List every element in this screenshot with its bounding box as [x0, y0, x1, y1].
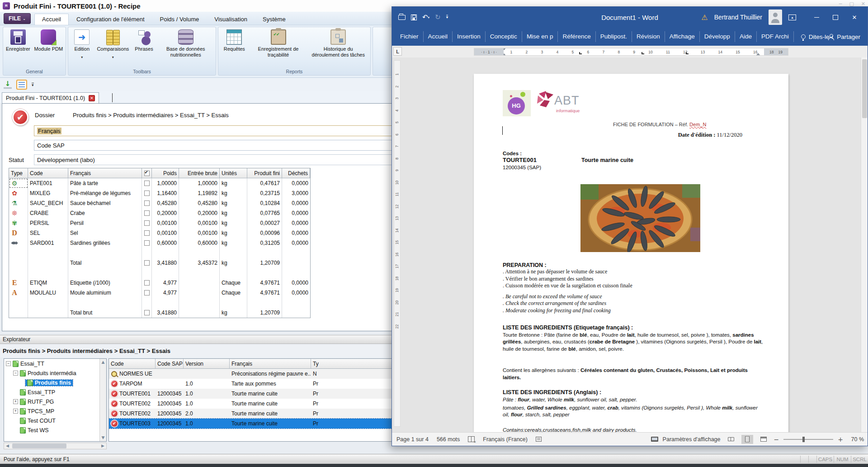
col-header-francais[interactable]: Français [230, 359, 311, 368]
tree-item[interactable]: Test COUT [4, 416, 106, 425]
expander-icon[interactable] [13, 399, 18, 404]
page-indicator[interactable]: Page 1 sur 4 [396, 436, 429, 443]
ribbon-button[interactable]: Phrases [132, 29, 156, 52]
tree-item[interactable]: Produits intermédia [4, 368, 106, 378]
undo-icon[interactable]: ↶▾ [422, 14, 429, 21]
checkbox-icon[interactable] [144, 260, 150, 266]
ribbon-button[interactable]: Enregistrement de traçabilité [250, 29, 307, 58]
tree-item[interactable]: Essai_TT [4, 359, 106, 368]
checkbox-checked-icon[interactable] [144, 171, 150, 176]
ribbon-button[interactable]: Requêtes [222, 29, 246, 52]
word-count[interactable]: 566 mots [437, 436, 460, 443]
col-header-produit-fini[interactable]: Produit fini [247, 168, 282, 178]
ribbon-display-options-icon[interactable]: ▴ [788, 14, 796, 20]
ribbon-tab[interactable]: Référence [558, 31, 595, 42]
tree-item[interactable]: RUTF_PG [4, 397, 106, 406]
display-settings-label[interactable]: Paramètres d'affichage [663, 436, 721, 443]
minimize-icon[interactable] [807, 7, 826, 28]
table-row[interactable]: D SEL Sel 0,00100 0,00100 kg 0,00096 0,0… [9, 228, 310, 238]
col-header-checkbox[interactable] [142, 168, 152, 178]
checkbox-icon[interactable] [144, 310, 150, 315]
tree-item[interactable]: Essai_TTP [4, 387, 106, 397]
checkbox-icon[interactable] [144, 240, 150, 246]
table-row[interactable]: SAUC_BECH Sauce béchamel 0,45280 0,45280… [9, 198, 310, 208]
col-header-code[interactable]: Code [109, 359, 156, 368]
toolbar-options-icon[interactable]: ▾ [32, 83, 34, 87]
ribbon-tab[interactable]: Fichier [396, 31, 424, 42]
table-row[interactable]: E ETIQM Etiquette (/1000) 4,977 Chaque 4… [9, 278, 310, 288]
table-row[interactable]: PATE001 Pâte à tarte 1,00000 1,00000 kg … [9, 178, 310, 188]
checkbox-icon[interactable] [144, 181, 150, 186]
ribbon-tab[interactable]: Accueil [34, 14, 69, 25]
table-row[interactable]: CRABE Crabe 0,20000 0,20000 kg 0,07765 0… [9, 208, 310, 218]
warning-icon[interactable]: ⚠ [701, 13, 708, 22]
language-indicator[interactable]: Français (France) [483, 436, 528, 443]
checkbox-icon[interactable] [144, 280, 150, 286]
list-view-icon[interactable] [16, 80, 27, 90]
print-layout-button[interactable] [741, 435, 753, 444]
ribbon-button[interactable]: Enregistrer [5, 29, 32, 52]
col-header-entree-brute[interactable]: Entrée brute [179, 168, 220, 178]
scroll-left-icon[interactable]: ◀ [4, 443, 11, 449]
redo-icon[interactable]: ↻ [435, 13, 441, 21]
scrollbar-thumb[interactable] [12, 443, 66, 448]
ribbon-button[interactable]: Historique du déroulement des tâches [310, 29, 366, 58]
col-header-type[interactable]: Type [9, 168, 28, 178]
zoom-level[interactable]: 70 % [848, 436, 864, 443]
right-indent-icon[interactable] [756, 53, 760, 55]
import-icon[interactable]: ↓ [4, 81, 12, 89]
checkbox-icon[interactable] [144, 191, 150, 196]
ribbon-tab[interactable]: PDF Archi [757, 31, 794, 42]
ribbon-button[interactable]: Module PDM [33, 29, 65, 52]
read-mode-button[interactable] [725, 435, 737, 444]
web-layout-button[interactable] [758, 435, 769, 444]
customize-toolbar-icon[interactable]: ▾ [446, 15, 448, 19]
scrollbar-thumb[interactable] [862, 59, 867, 118]
col-header-poids[interactable]: Poids [152, 168, 179, 178]
tab-stop-icon[interactable] [579, 52, 582, 54]
col-header-dechets[interactable]: Déchets [282, 168, 310, 178]
horizontal-ruler[interactable]: · ı · 1 · ı · 12345678910111213141516 18… [474, 48, 788, 56]
col-header-francais[interactable]: Français [68, 168, 142, 178]
zoom-out-icon[interactable]: − [774, 436, 779, 443]
table-row[interactable]: SARD001 Sardines grillées 0,60000 0,6000… [9, 238, 310, 248]
hanging-indent-icon[interactable] [504, 53, 506, 55]
tab-selector-icon[interactable]: L [393, 47, 402, 56]
tree-horizontal-scrollbar[interactable]: ◀ ▶ [4, 443, 107, 449]
file-menu-button[interactable]: FILE⌄ [4, 13, 31, 24]
ribbon-tab[interactable]: Révision [632, 31, 665, 42]
ribbon-tab[interactable]: Système [255, 14, 293, 25]
table-row[interactable]: MIXLEG Pré-mélange de légumes 1,16400 1,… [9, 188, 310, 198]
ribbon-tab[interactable]: Aide [735, 31, 757, 42]
tab-stop-icon[interactable] [642, 52, 644, 54]
scroll-up-icon[interactable]: ▲ [100, 359, 106, 366]
tree-item[interactable]: TPCS_MP [4, 406, 106, 416]
zoom-in-icon[interactable]: + [838, 436, 843, 443]
ribbon-tab[interactable]: Insertion [453, 31, 486, 42]
close-icon[interactable]: ✕ [845, 7, 864, 28]
maximize-icon[interactable] [826, 7, 845, 28]
checkbox-icon[interactable] [144, 230, 150, 236]
expander-icon[interactable] [13, 409, 18, 414]
col-header-code-sap[interactable]: Code SAP [156, 359, 184, 368]
document-tab[interactable]: Produit Fini - TOURTE001 (1.0) ✕ [2, 92, 99, 103]
proofing-icon[interactable] [468, 436, 475, 442]
macro-icon[interactable] [536, 437, 542, 442]
tab-stop-icon[interactable] [686, 52, 689, 54]
avatar[interactable] [769, 10, 782, 25]
ribbon-tab[interactable]: Conceptic [486, 31, 522, 42]
breadcrumb[interactable]: Produits finis > Produits intermédiaires… [73, 112, 229, 119]
expander-icon[interactable] [6, 361, 11, 366]
checkbox-icon[interactable] [144, 200, 150, 206]
share-button[interactable]: Partager [828, 33, 860, 40]
scroll-right-icon[interactable]: ▶ [99, 443, 106, 449]
save-icon[interactable] [411, 14, 417, 20]
tree-vertical-scrollbar[interactable]: ▲ ▼ [99, 359, 106, 441]
tree-item[interactable]: Test WS [4, 425, 106, 435]
col-header-code[interactable]: Code [28, 168, 68, 178]
col-header-unites[interactable]: Unités [220, 168, 247, 178]
first-line-indent-icon[interactable] [504, 48, 506, 50]
ribbon-tab[interactable]: Affichage [665, 31, 700, 42]
document-scrollbar[interactable] [861, 57, 868, 433]
ribbon-tab[interactable]: Configuration de l'élément [69, 14, 152, 25]
